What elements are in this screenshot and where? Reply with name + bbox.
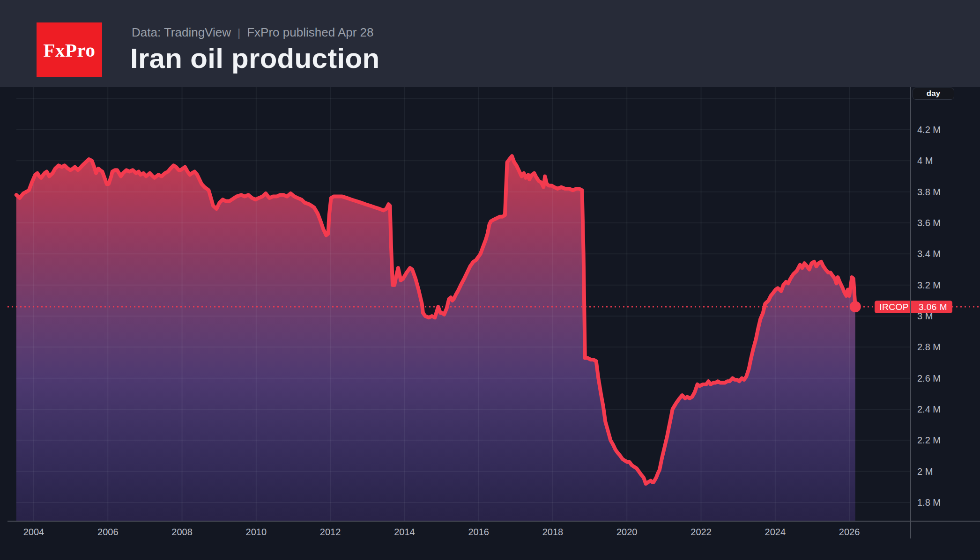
- interval-button[interactable]: day: [913, 88, 954, 100]
- y-axis-scale[interactable]: 4.2 M4 M3.8 M3.6 M3.4 M3.2 M3 M2.8 M2.6 …: [917, 125, 941, 508]
- y-axis-label: 3.2 M: [917, 280, 941, 290]
- header: FxPro Data: TradingView|FxPro published …: [0, 0, 980, 87]
- data-source-label: Data: TradingView: [132, 25, 231, 39]
- x-axis-label: 2026: [839, 527, 860, 537]
- last-point-marker: [850, 301, 861, 312]
- publisher-label: FxPro published Apr 28: [247, 25, 373, 39]
- y-axis-label: 4.2 M: [917, 125, 941, 135]
- y-axis-label: 2.8 M: [917, 342, 941, 352]
- y-axis-label: 2.2 M: [917, 435, 941, 445]
- y-axis-label: 3.6 M: [917, 218, 941, 228]
- x-axis-scale[interactable]: 2004200620082010201220142016201820202022…: [23, 527, 860, 537]
- x-axis-label: 2004: [23, 527, 45, 537]
- area-fill: [16, 156, 855, 521]
- y-axis-label: 3.8 M: [917, 187, 941, 197]
- fxpro-logo: FxPro: [37, 22, 102, 77]
- last-price-value: 3.06 M: [913, 301, 952, 313]
- y-axis-label: 2 M: [917, 466, 933, 477]
- x-axis-label: 2016: [468, 527, 489, 537]
- x-axis-label: 2012: [320, 527, 341, 537]
- last-price-badge: IRCOP 3.06 M: [875, 301, 952, 313]
- subtitle-separator: |: [231, 26, 247, 39]
- y-axis-label: 2.6 M: [917, 373, 941, 383]
- symbol-badge: IRCOP: [875, 301, 913, 313]
- y-axis-label: 2.4 M: [917, 404, 941, 414]
- price-scale-separator: [910, 87, 911, 538]
- x-axis-label: 2010: [246, 527, 267, 537]
- price-chart[interactable]: 4.2 M4 M3.8 M3.6 M3.4 M3.2 M3 M2.8 M2.6 …: [0, 87, 980, 560]
- x-axis-label: 2022: [690, 527, 712, 537]
- page-title: Iran oil production: [130, 42, 379, 74]
- x-axis-label: 2020: [616, 527, 638, 537]
- y-axis-label: 3.4 M: [917, 249, 941, 259]
- x-axis-label: 2014: [394, 527, 415, 537]
- x-axis-label: 2006: [97, 527, 119, 537]
- y-axis-label: 1.8 M: [917, 497, 941, 508]
- chart-source-line: Data: TradingView|FxPro published Apr 28: [132, 23, 374, 41]
- y-axis-label: 4 M: [917, 155, 933, 166]
- chart-area: 4.2 M4 M3.8 M3.6 M3.4 M3.2 M3 M2.8 M2.6 …: [0, 87, 980, 560]
- x-axis-label: 2024: [765, 527, 786, 537]
- x-axis-label: 2008: [171, 527, 193, 537]
- fxpro-logo-text: FxPro: [43, 39, 95, 61]
- x-axis-label: 2018: [542, 527, 564, 537]
